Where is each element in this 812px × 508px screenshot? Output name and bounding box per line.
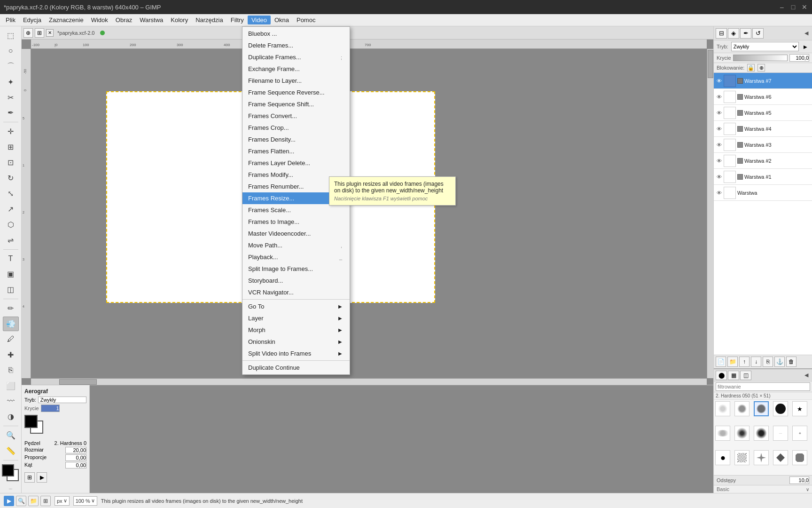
menu-playback[interactable]: Playback..._ bbox=[242, 251, 350, 263]
tool-fill[interactable]: ▣ bbox=[3, 267, 19, 281]
menu-filtry[interactable]: Filtry bbox=[227, 16, 248, 24]
brush-item-13[interactable] bbox=[754, 450, 769, 465]
menu-video[interactable]: Video bbox=[248, 16, 271, 24]
tool-shear[interactable]: ↗ bbox=[3, 202, 19, 216]
tool-mode-value[interactable]: Zwykły bbox=[38, 397, 86, 403]
tool-scale[interactable]: ⤡ bbox=[3, 186, 19, 201]
patterns-tab-icon[interactable]: ▦ bbox=[728, 371, 739, 380]
layer-eye-2[interactable]: 👁 bbox=[716, 158, 722, 164]
menu-storyboard[interactable]: Storyboard... bbox=[242, 275, 350, 286]
menu-warstwa[interactable]: Warstwa bbox=[136, 16, 167, 24]
layer-item-base[interactable]: 👁 Warstwa bbox=[714, 185, 812, 201]
tool-gradient[interactable]: ◫ bbox=[3, 282, 19, 297]
tool-opt-btn1[interactable]: ⊞ bbox=[24, 472, 35, 483]
scrollbar-vertical[interactable] bbox=[707, 49, 713, 378]
menu-frames-scale[interactable]: Frames Scale... bbox=[242, 204, 350, 216]
files-btn[interactable]: 📁 bbox=[28, 496, 39, 506]
zoom-selector[interactable]: 100 % ∨ bbox=[73, 496, 97, 506]
panel-channels-icon[interactable]: ◈ bbox=[728, 28, 739, 39]
tool-new-selection[interactable]: ⬚ bbox=[3, 28, 19, 43]
minimize-button[interactable]: – bbox=[778, 3, 786, 11]
menu-pomoc[interactable]: Pomoc bbox=[293, 16, 319, 24]
panel-right-arrow[interactable]: ▶ bbox=[802, 43, 809, 50]
layer-item-1[interactable]: 👁 Warstwa #1 bbox=[714, 169, 812, 185]
duplicate-layer-btn[interactable]: ⎘ bbox=[763, 357, 773, 367]
tool-lasso[interactable]: ⌒ bbox=[3, 59, 19, 74]
layer-item-7[interactable]: 👁 Warstwa #7 bbox=[714, 73, 812, 89]
lock-position-btn[interactable]: ⊕ bbox=[757, 64, 765, 71]
layer-eye-6[interactable]: 👁 bbox=[716, 94, 722, 100]
menu-frames-convert[interactable]: Frames Convert... bbox=[242, 110, 350, 122]
new-layer-btn[interactable]: 📄 bbox=[716, 357, 726, 367]
brush-item-11[interactable]: ⬤ bbox=[715, 450, 730, 465]
tool-pencil[interactable]: ✏ bbox=[3, 301, 19, 316]
layer-down-btn[interactable]: ↓ bbox=[751, 357, 761, 367]
brushes-expand-icon[interactable]: ◀ bbox=[803, 372, 810, 379]
menu-move-path[interactable]: Move Path..., bbox=[242, 239, 350, 251]
angle-input[interactable] bbox=[65, 462, 86, 468]
menu-obraz[interactable]: Obraz bbox=[112, 16, 136, 24]
panel-expand-icon[interactable]: ◀ bbox=[803, 30, 810, 37]
tool-crop[interactable]: ⊡ bbox=[3, 155, 19, 170]
brush-item-14[interactable] bbox=[773, 450, 788, 465]
brush-item-5[interactable]: ★ bbox=[792, 401, 807, 416]
layer-eye-3[interactable]: 👁 bbox=[716, 142, 722, 148]
menu-split-image-to-frames[interactable]: Split Image to Frames... bbox=[242, 263, 350, 275]
brush-item-4[interactable] bbox=[773, 401, 788, 416]
tool-move[interactable]: ✛ bbox=[3, 124, 19, 139]
new-group-btn[interactable]: 📁 bbox=[727, 357, 738, 367]
scrollbar-thumb-vertical[interactable] bbox=[708, 50, 713, 78]
brush-item-selected[interactable] bbox=[754, 401, 769, 416]
tool-smudge[interactable]: 〰 bbox=[3, 394, 19, 409]
brush-item-9[interactable]: ··· bbox=[773, 426, 788, 441]
brush-item-6[interactable] bbox=[715, 426, 730, 441]
anchor-layer-btn[interactable]: ⚓ bbox=[774, 357, 785, 367]
layer-up-btn[interactable]: ↑ bbox=[739, 357, 750, 367]
menu-master-videoencoder[interactable]: Master Videoencoder... bbox=[242, 228, 350, 239]
menu-widok[interactable]: Widok bbox=[87, 16, 112, 24]
menu-frames-layer-delete[interactable]: Frames Layer Delete... bbox=[242, 157, 350, 169]
tool-path[interactable]: ✒ bbox=[3, 106, 19, 120]
menu-edycja[interactable]: Edycja bbox=[19, 16, 45, 24]
start-btn[interactable]: ▶ bbox=[4, 496, 14, 506]
color-swatches[interactable] bbox=[2, 464, 20, 485]
spacing-input[interactable] bbox=[789, 476, 809, 484]
tool-rotate[interactable]: ↻ bbox=[3, 171, 19, 185]
brush-item-2[interactable] bbox=[734, 401, 750, 416]
brushes-filter-input[interactable] bbox=[716, 382, 810, 391]
brush-item-8[interactable] bbox=[754, 426, 769, 441]
menu-okna[interactable]: Okna bbox=[271, 16, 293, 24]
tool-flip[interactable]: ⇌ bbox=[3, 233, 19, 247]
tool-perspective[interactable]: ⬡ bbox=[3, 217, 19, 232]
canvas-close-button[interactable]: ✕ bbox=[46, 29, 54, 37]
menu-onionskin[interactable]: Onionskin▶ bbox=[242, 336, 350, 348]
layer-mode-select[interactable]: Zwykły bbox=[731, 42, 799, 51]
layer-eye-7[interactable]: 👁 bbox=[716, 78, 722, 84]
fg-swatch[interactable] bbox=[24, 415, 38, 428]
gradients-tab-icon[interactable]: ◫ bbox=[740, 371, 751, 380]
menu-exchange-frame[interactable]: Exchange Frame... bbox=[242, 63, 350, 75]
tool-ink[interactable]: 🖊 bbox=[3, 332, 19, 347]
menu-duplicate-continue[interactable]: Duplicate Continue bbox=[242, 362, 350, 373]
menu-layer[interactable]: Layer▶ bbox=[242, 312, 350, 324]
menu-frames-density[interactable]: Frames Density... bbox=[242, 134, 350, 145]
delete-layer-btn[interactable]: 🗑 bbox=[786, 357, 796, 367]
close-button[interactable]: ✕ bbox=[801, 3, 808, 11]
menu-plik[interactable]: Plik bbox=[2, 16, 19, 24]
layer-item-4[interactable]: 👁 Warstwa #4 bbox=[714, 121, 812, 137]
lock-pixels-btn[interactable]: 🔒 bbox=[747, 64, 755, 71]
layer-item-3[interactable]: 👁 Warstwa #3 bbox=[714, 137, 812, 153]
menu-narzedzia[interactable]: Narzędzia bbox=[192, 16, 227, 24]
menu-morph[interactable]: Morph▶ bbox=[242, 324, 350, 336]
menu-zaznaczenie[interactable]: Zaznaczenie bbox=[45, 16, 87, 24]
panel-undo-icon[interactable]: ↺ bbox=[752, 28, 764, 39]
maximize-button[interactable]: □ bbox=[789, 3, 797, 11]
menu-frames-flatten[interactable]: Frames Flatten... bbox=[242, 145, 350, 157]
layer-eye-base[interactable]: 👁 bbox=[716, 190, 722, 196]
menu-kolory[interactable]: Kolory bbox=[167, 16, 192, 24]
scrollbar-horizontal[interactable] bbox=[31, 378, 707, 385]
scrollbar-thumb-horizontal[interactable] bbox=[59, 379, 97, 385]
tool-text[interactable]: T bbox=[3, 252, 19, 266]
tool-align[interactable]: ⊞ bbox=[3, 140, 19, 154]
brush-item-1[interactable] bbox=[715, 401, 730, 416]
